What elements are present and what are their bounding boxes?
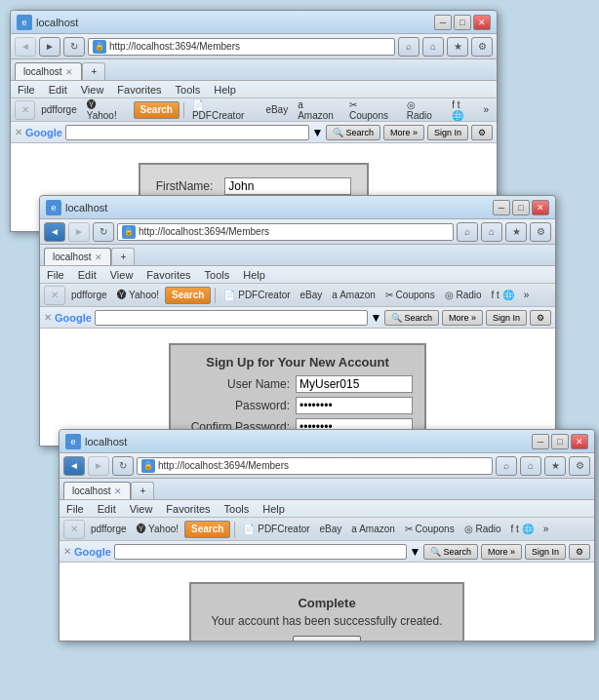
signin-btn-2[interactable]: Sign In bbox=[486, 310, 527, 326]
address-bar-3[interactable]: 🔒 http://localhost:3694/Members bbox=[137, 457, 493, 475]
close-btn-3[interactable]: ✕ bbox=[571, 434, 588, 449]
back-btn-1[interactable]: ◄ bbox=[15, 37, 36, 57]
nav-gear-3[interactable]: ⚙ bbox=[569, 456, 590, 476]
tab-new-1[interactable]: + bbox=[82, 62, 105, 80]
username-row: User Name: bbox=[182, 375, 413, 393]
menu-favorites-2[interactable]: Favorites bbox=[143, 268, 193, 282]
forward-btn-3[interactable]: ► bbox=[88, 456, 109, 476]
tab-close-3[interactable]: ✕ bbox=[114, 486, 122, 496]
tab-new-2[interactable]: + bbox=[111, 248, 135, 265]
menu-view-1[interactable]: View bbox=[78, 83, 107, 97]
nav-gear-2[interactable]: ⚙ bbox=[530, 222, 551, 242]
firstname-input[interactable] bbox=[224, 177, 351, 195]
nav-home-1[interactable]: ⌂ bbox=[422, 37, 444, 57]
more-label-1[interactable]: More » bbox=[383, 125, 424, 140]
nav-star-3[interactable]: ★ bbox=[544, 456, 566, 476]
nav-home-3[interactable]: ⌂ bbox=[520, 456, 541, 476]
search-close-3[interactable]: ✕ bbox=[63, 546, 71, 557]
menu-help-1[interactable]: Help bbox=[211, 83, 239, 97]
toolbar-close-bar-2[interactable]: ✕ bbox=[44, 286, 65, 305]
nav-home-2[interactable]: ⌂ bbox=[481, 222, 502, 242]
search-label-1: Search bbox=[345, 128, 374, 137]
toolbar-close-bar-3[interactable]: ✕ bbox=[63, 520, 85, 539]
address-bar-2[interactable]: 🔒 http://localhost:3694/Members bbox=[117, 223, 454, 241]
toolbar-close-bar-1[interactable]: ✕ bbox=[15, 100, 35, 120]
nav-gear-1[interactable]: ⚙ bbox=[471, 37, 493, 57]
username-input[interactable] bbox=[296, 375, 413, 393]
google-search-btn-3[interactable]: 🔍 Search bbox=[423, 544, 478, 560]
minimize-btn-2[interactable]: ─ bbox=[493, 200, 510, 215]
address-icon-1: 🔒 bbox=[93, 40, 106, 54]
more-btn-1[interactable]: » bbox=[479, 101, 493, 119]
menu-help-3[interactable]: Help bbox=[260, 502, 288, 516]
back-btn-3[interactable]: ◄ bbox=[63, 456, 85, 476]
google-search-input-2[interactable] bbox=[95, 310, 368, 326]
menu-view-2[interactable]: View bbox=[107, 268, 137, 282]
menu-file-2[interactable]: File bbox=[44, 268, 67, 282]
close-btn-1[interactable]: ✕ bbox=[473, 15, 491, 30]
more-label-2[interactable]: More » bbox=[442, 310, 483, 326]
signin-btn-1[interactable]: Sign In bbox=[427, 125, 468, 140]
maximize-btn-2[interactable]: □ bbox=[512, 200, 530, 215]
search-btn-toolbar-2[interactable]: Search bbox=[165, 287, 211, 304]
sep2 bbox=[215, 288, 216, 303]
menu-help-2[interactable]: Help bbox=[240, 268, 268, 282]
more-btn-2[interactable]: » bbox=[520, 287, 534, 304]
google-search-input-1[interactable] bbox=[65, 125, 309, 140]
settings-btn-3[interactable]: ⚙ bbox=[569, 544, 590, 560]
nav-star-1[interactable]: ★ bbox=[447, 37, 468, 57]
search-btn-toolbar-1[interactable]: Search bbox=[134, 101, 180, 119]
tab-2[interactable]: localhost ✕ bbox=[44, 248, 111, 265]
tab-close-2[interactable]: ✕ bbox=[95, 253, 102, 262]
menu-tools-1[interactable]: Tools bbox=[173, 83, 204, 97]
menu-edit-1[interactable]: Edit bbox=[46, 83, 70, 97]
menu-favorites-1[interactable]: Favorites bbox=[114, 83, 164, 97]
forward-btn-2[interactable]: ► bbox=[68, 222, 90, 242]
tab-close-1[interactable]: ✕ bbox=[65, 67, 73, 77]
signin-btn-3[interactable]: Sign In bbox=[525, 544, 566, 560]
menu-view-3[interactable]: View bbox=[127, 502, 156, 516]
refresh-btn-3[interactable]: ↻ bbox=[112, 456, 134, 476]
minimize-btn-3[interactable]: ─ bbox=[532, 434, 549, 449]
tab-new-3[interactable]: + bbox=[131, 482, 154, 499]
tab-3[interactable]: localhost ✕ bbox=[63, 482, 131, 499]
refresh-btn-1[interactable]: ↻ bbox=[63, 37, 85, 57]
maximize-btn-3[interactable]: □ bbox=[551, 434, 569, 449]
search-close-2[interactable]: ✕ bbox=[44, 312, 52, 323]
forward-btn-1[interactable]: ► bbox=[39, 37, 60, 57]
nav-star-2[interactable]: ★ bbox=[505, 222, 527, 242]
refresh-btn-2[interactable]: ↻ bbox=[93, 222, 114, 242]
tab-label-3: localhost bbox=[72, 486, 110, 496]
password-input[interactable] bbox=[296, 397, 413, 414]
google-search-btn-2[interactable]: 🔍 Search bbox=[384, 310, 439, 326]
more-btn-3[interactable]: » bbox=[539, 521, 553, 538]
google-logo-3: Google bbox=[74, 546, 111, 558]
menu-edit-3[interactable]: Edit bbox=[95, 502, 119, 516]
minimize-btn-1[interactable]: ─ bbox=[434, 15, 452, 30]
pdfforge-label-2: pdfforge bbox=[67, 287, 111, 304]
search-close-1[interactable]: ✕ bbox=[15, 127, 22, 137]
google-search-btn-1[interactable]: 🔍 Search bbox=[326, 125, 380, 140]
close-btn-2[interactable]: ✕ bbox=[532, 200, 549, 215]
settings-btn-1[interactable]: ⚙ bbox=[471, 125, 493, 140]
tab-1[interactable]: localhost ✕ bbox=[15, 62, 82, 80]
back-btn-2[interactable]: ◄ bbox=[44, 222, 65, 242]
nav-search-2[interactable]: ⌕ bbox=[457, 222, 478, 242]
continue-button[interactable]: Continue bbox=[293, 636, 361, 641]
nav-search-1[interactable]: ⌕ bbox=[398, 37, 419, 57]
menu-file-3[interactable]: File bbox=[63, 502, 87, 516]
coupons-label-2: ✂ Coupons bbox=[381, 287, 439, 304]
menu-tools-3[interactable]: Tools bbox=[221, 502, 253, 516]
google-search-input-3[interactable] bbox=[114, 544, 407, 560]
menu-file-1[interactable]: File bbox=[15, 83, 38, 97]
address-bar-1[interactable]: 🔒 http://localhost:3694/Members bbox=[88, 38, 395, 56]
nav-search-3[interactable]: ⌕ bbox=[496, 456, 517, 476]
search-btn-toolbar-3[interactable]: Search bbox=[184, 521, 230, 538]
maximize-btn-1[interactable]: □ bbox=[454, 15, 471, 30]
menu-edit-2[interactable]: Edit bbox=[75, 268, 100, 282]
menu-favorites-3[interactable]: Favorites bbox=[163, 502, 213, 516]
menu-tools-2[interactable]: Tools bbox=[202, 268, 233, 282]
settings-btn-2[interactable]: ⚙ bbox=[530, 310, 551, 326]
more-label-3[interactable]: More » bbox=[481, 544, 522, 560]
social-icons-2: f t 🌐 bbox=[488, 287, 518, 304]
